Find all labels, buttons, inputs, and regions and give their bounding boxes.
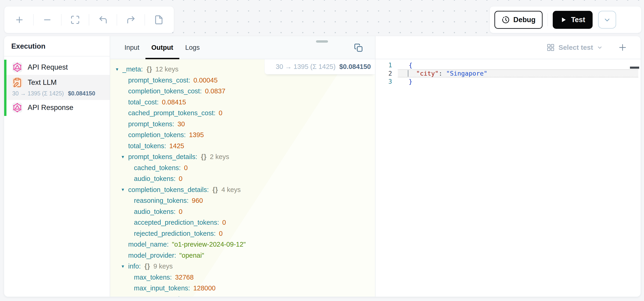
usage-badge-tokens: 30 → 1395 (Σ 1425) xyxy=(276,63,336,70)
collapse-caret-icon[interactable]: ▼ xyxy=(121,188,128,192)
zoom-in-button[interactable] xyxy=(6,6,33,33)
execution-step-api-request[interactable]: API Request xyxy=(4,60,110,75)
debug-button[interactable]: Debug xyxy=(494,11,542,29)
json-value: 32768 xyxy=(175,274,194,281)
json-key: model_provider: xyxy=(128,252,176,259)
json-key: cached_tokens: xyxy=(134,164,181,172)
zoom-in-icon xyxy=(14,15,24,25)
object-key-count: 12 keys xyxy=(155,66,178,73)
json-value: 0.08415 xyxy=(162,98,186,106)
test-options-button[interactable] xyxy=(598,11,616,28)
editor-line-3[interactable]: 3} xyxy=(376,78,640,86)
redo-button[interactable] xyxy=(117,6,144,33)
json-key: audio_tokens: xyxy=(134,175,176,182)
redo-icon xyxy=(126,15,136,25)
json-tree-row: ▼total_cost:0.08415 xyxy=(110,97,375,108)
execution-drawer: Execution API RequestText LLM30 → 1395 (… xyxy=(4,36,641,297)
collapse-caret-icon[interactable]: ▼ xyxy=(115,67,122,72)
json-tree-row: ▼total_tokens:1425 xyxy=(110,140,375,152)
collapse-caret-icon[interactable]: ▼ xyxy=(121,155,128,159)
undo-icon xyxy=(98,15,108,25)
undo-button[interactable] xyxy=(89,6,117,33)
json-key: _meta: xyxy=(122,66,143,73)
json-value: 128000 xyxy=(193,284,216,292)
test-button[interactable]: Test xyxy=(553,11,592,29)
debug-button-label: Debug xyxy=(513,16,536,24)
json-key: max_tokens: xyxy=(134,274,172,281)
output-panel: InputOutputLogs 30 → 1395 (Σ 1425) $0.08… xyxy=(110,36,376,296)
usage-badge-cost: $0.084150 xyxy=(339,63,371,70)
play-icon xyxy=(560,16,567,23)
json-tree-row: ▼max_tokens:32768 xyxy=(110,272,375,283)
json-tree-row: ▼model_name:"o1-preview-2024-09-12" xyxy=(110,239,375,250)
json-tree-row: ▼prompt_tokens_cost:0.00045 xyxy=(110,75,375,86)
select-test-button[interactable]: Select test xyxy=(546,43,603,52)
json-key: max_output_tokens: xyxy=(134,296,194,296)
json-key: completion_tokens: xyxy=(128,131,186,139)
collapse-caret-icon[interactable]: ▼ xyxy=(121,264,128,268)
select-test-label: Select test xyxy=(558,44,593,52)
code-text: } xyxy=(409,78,412,85)
code-text: { xyxy=(409,62,412,69)
json-tree-row: ▼prompt_tokens_details:{}2 keys xyxy=(110,152,375,162)
execution-step-list: API RequestText LLM30 → 1395 (Σ 1425)$0.… xyxy=(4,60,110,115)
test-json-editor[interactable]: 1{2 "city": "Singapore"3} xyxy=(376,59,640,296)
json-value: 0 xyxy=(179,175,182,182)
editor-line-2[interactable]: 2 "city": "Singapore" xyxy=(376,69,640,78)
json-value: 0.0837 xyxy=(205,87,226,95)
zoom-out-icon xyxy=(42,15,52,25)
json-tree-row: ▼completion_tokens_cost:0.0837 xyxy=(110,86,375,97)
json-tree-row: ▼audio_tokens:0 xyxy=(110,173,375,184)
json-value: "o1-preview-2024-09-12" xyxy=(172,240,246,248)
tab-logs[interactable]: Logs xyxy=(179,36,206,59)
llm-node-icon xyxy=(12,78,22,88)
step-token-usage: 30 → 1395 (Σ 1425) xyxy=(12,90,64,97)
run-toolbar: Debug Test xyxy=(490,6,642,33)
json-output-tree: ▼_meta:{}12 keys▼prompt_tokens_cost:0.00… xyxy=(110,59,375,296)
chevron-down-icon xyxy=(597,44,603,50)
json-tree-row: ▼completion_tokens:1395 xyxy=(110,130,375,140)
object-braces: {} xyxy=(144,262,150,270)
json-key: info: xyxy=(128,262,141,270)
add-note-button[interactable] xyxy=(145,6,172,33)
json-key: model_name: xyxy=(128,240,169,248)
json-value: 0 xyxy=(219,230,223,238)
object-key-count: 4 keys xyxy=(221,186,241,194)
object-key-count: 9 keys xyxy=(153,262,173,270)
json-tree-row: ▼cached_tokens:0 xyxy=(110,162,375,174)
add-test-button[interactable] xyxy=(618,42,628,52)
json-tree-row: ▼max_output_tokens:32768 xyxy=(110,294,375,297)
json-value: 0 xyxy=(184,164,188,172)
fit-view-icon xyxy=(70,15,80,25)
drawer-drag-handle[interactable] xyxy=(316,40,328,43)
json-tree-row: ▼completion_tokens_details:{}4 keys xyxy=(110,184,375,196)
line-number: 1 xyxy=(376,62,392,69)
object-key-count: 2 keys xyxy=(210,153,229,161)
editor-line-1[interactable]: 1{ xyxy=(376,61,640,69)
json-tree-row: ▼accepted_prediction_tokens:0 xyxy=(110,217,375,228)
zoom-out-button[interactable] xyxy=(34,6,61,33)
object-braces: {} xyxy=(212,186,218,194)
json-key: cached_prompt_tokens_cost: xyxy=(128,109,216,117)
json-value: 0 xyxy=(179,208,182,216)
json-key: prompt_tokens_details: xyxy=(128,153,197,161)
copy-output-button[interactable] xyxy=(354,43,363,52)
usage-badge: 30 → 1395 (Σ 1425) $0.084150 xyxy=(264,59,375,74)
json-key: max_input_tokens: xyxy=(134,284,190,292)
fit-view-button[interactable] xyxy=(62,6,89,33)
chevron-down-icon xyxy=(603,16,611,24)
execution-step-text-llm[interactable]: Text LLM30 → 1395 (Σ 1425)$0.084150 xyxy=(4,75,110,100)
execution-step-api-response[interactable]: API Response xyxy=(4,100,110,115)
app-canvas: Debug Test Execution API RequestText LLM… xyxy=(0,0,644,301)
step-label: Text LLM xyxy=(28,78,57,87)
api-node-icon xyxy=(12,102,22,113)
json-tree-row: ▼reasoning_tokens:960 xyxy=(110,195,375,206)
json-value: 0.00045 xyxy=(194,76,218,84)
output-tabs: InputOutputLogs xyxy=(118,36,206,59)
json-key: prompt_tokens_cost: xyxy=(128,76,190,84)
tab-output[interactable]: Output xyxy=(146,36,179,59)
line-number: 3 xyxy=(376,78,392,85)
step-usage-stats: 30 → 1395 (Σ 1425)$0.084150 xyxy=(12,90,110,97)
tab-input[interactable]: Input xyxy=(118,36,146,59)
json-key: completion_tokens_cost: xyxy=(128,87,202,95)
